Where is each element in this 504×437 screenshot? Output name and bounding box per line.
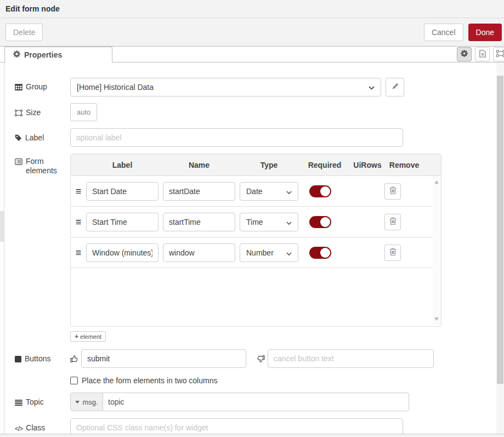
element-type-select[interactable]: Number: [240, 243, 298, 262]
drag-handle-icon[interactable]: ≡: [71, 186, 86, 196]
chevron-down-icon: [286, 218, 292, 226]
thumbs-up-icon: [70, 355, 78, 363]
buttons-label: Buttons: [25, 354, 50, 364]
properties-panel: Group [Home] Historical Data: [0, 63, 504, 434]
table-row: ≡ Number: [71, 237, 441, 268]
object-group-icon: [15, 109, 22, 118]
gear-icon: [461, 50, 468, 59]
add-element-button[interactable]: + element: [70, 331, 106, 342]
properties-icon-button[interactable]: [457, 47, 472, 61]
group-label: Group: [26, 82, 47, 92]
element-type-select[interactable]: Date: [240, 182, 298, 201]
form-elements-row: Form elements Label Name Type Required U…: [15, 154, 496, 342]
required-toggle[interactable]: [309, 247, 331, 259]
description-icon-button[interactable]: [475, 47, 490, 61]
submit-button-input[interactable]: [81, 349, 246, 368]
label-field-label: Label: [25, 133, 44, 143]
element-name-input[interactable]: [163, 213, 235, 231]
column-header-label: Label: [86, 161, 158, 169]
appearance-icon-button[interactable]: [493, 47, 504, 61]
trash-icon: [389, 186, 397, 196]
table-row: ≡ Date: [71, 176, 441, 207]
element-type-select[interactable]: Time: [240, 213, 298, 231]
form-elements-label: Form elements: [26, 157, 70, 175]
element-name-input[interactable]: [163, 243, 235, 262]
cancel-button-input[interactable]: [268, 349, 434, 368]
group-select[interactable]: [Home] Historical Data: [70, 78, 381, 97]
toggle-knob: [320, 217, 330, 227]
tab-icon-buttons: [457, 47, 504, 61]
tab-properties-label: Properties: [24, 50, 62, 59]
msg-prefix-button[interactable]: msg.: [71, 393, 103, 411]
scroll-down-icon[interactable]: [434, 317, 439, 321]
plus-icon: +: [75, 333, 78, 340]
document-icon: [479, 50, 486, 59]
element-name-input[interactable]: [163, 182, 235, 201]
list-alt-icon: [15, 158, 22, 167]
trash-icon: [389, 217, 397, 226]
tasks-icon: [15, 399, 22, 408]
remove-element-button[interactable]: [384, 214, 401, 230]
form-elements-table: Label Name Type Required UiRows Remove ≡: [70, 154, 441, 327]
edit-group-button[interactable]: [386, 78, 404, 97]
element-type-value: Number: [246, 248, 274, 257]
remove-element-button[interactable]: [384, 245, 401, 261]
tag-icon: [15, 134, 22, 144]
cancel-button[interactable]: Cancel: [424, 24, 463, 41]
label-row: Label: [15, 128, 496, 147]
drag-handle-icon[interactable]: ≡: [71, 248, 86, 258]
scroll-up-icon[interactable]: [434, 180, 439, 184]
column-header-required: Required: [298, 161, 351, 169]
required-toggle[interactable]: [309, 216, 331, 228]
class-row: </> Class: [15, 418, 496, 434]
topic-value-input[interactable]: topic: [103, 393, 409, 411]
two-columns-checkbox[interactable]: [70, 377, 78, 384]
size-button[interactable]: auto: [70, 103, 97, 121]
resize-grip[interactable]: [0, 211, 4, 242]
table-scrollbar[interactable]: [433, 176, 441, 325]
square-icon: [15, 355, 21, 365]
toggle-knob: [320, 248, 330, 258]
buttons-row: Buttons: [15, 349, 496, 368]
drag-handle-icon[interactable]: ≡: [71, 217, 86, 227]
topic-typed-input: msg. topic: [70, 393, 409, 411]
remove-element-button[interactable]: [384, 183, 401, 200]
column-header-remove: Remove: [384, 161, 424, 169]
table-icon: [15, 83, 22, 93]
element-label-input[interactable]: [86, 213, 158, 231]
class-input[interactable]: [70, 418, 403, 434]
pencil-icon: [392, 83, 399, 92]
appearance-icon: [496, 50, 504, 59]
element-label-input[interactable]: [86, 243, 158, 262]
chevron-down-icon: [369, 83, 375, 92]
caret-down-icon: [75, 401, 80, 404]
gear-icon: [13, 50, 20, 59]
tab-properties[interactable]: Properties: [4, 47, 112, 63]
required-toggle[interactable]: [309, 185, 331, 197]
done-button[interactable]: Done: [468, 24, 502, 41]
tab-bar: Properties: [0, 47, 504, 63]
label-input[interactable]: [70, 128, 403, 147]
edit-form-node-dialog: Edit form node Delete Cancel Done Proper…: [0, 0, 504, 437]
element-label-input[interactable]: [86, 182, 158, 201]
thumbs-down-icon: [257, 355, 265, 363]
size-label: Size: [26, 108, 41, 117]
toggle-knob: [320, 186, 330, 196]
element-type-value: Date: [246, 187, 263, 196]
delete-button[interactable]: Delete: [5, 24, 43, 41]
left-resize-strip[interactable]: [0, 63, 4, 434]
table-header: Label Name Type Required UiRows Remove: [71, 154, 441, 176]
size-row: Size auto: [15, 103, 496, 121]
trash-icon: [389, 248, 397, 257]
topic-row: Topic msg. topic: [15, 393, 496, 411]
tray-header: Edit form node: [0, 0, 504, 18]
table-body: ≡ Date: [71, 176, 441, 326]
class-label: Class: [26, 423, 45, 433]
chevron-down-icon: [286, 248, 292, 257]
bottom-strip: [0, 434, 504, 437]
vertical-scrollbar[interactable]: [496, 63, 504, 434]
chevron-down-icon: [286, 187, 292, 196]
group-select-value: [Home] Historical Data: [77, 83, 154, 92]
group-row: Group [Home] Historical Data: [15, 78, 496, 97]
scrollbar-thumb[interactable]: [497, 76, 503, 384]
